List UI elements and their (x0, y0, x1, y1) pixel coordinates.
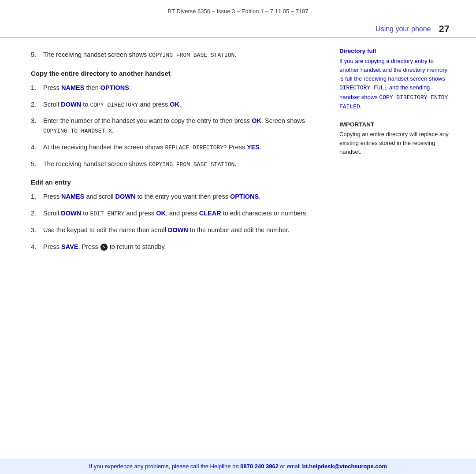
sidebar-note1-text: If you are copying a directory entry to … (339, 57, 450, 111)
s2-s1-down: DOWN (115, 193, 136, 200)
s1-step3: 3. Enter the number of the handset you w… (31, 116, 312, 136)
footer-email: bt.helpdesk@vtecheurope.com (302, 463, 387, 470)
s2-s2-code: EDIT ENTRY (90, 211, 124, 217)
sidebar-code1: DIRECTORY FULL (339, 85, 387, 91)
header-title: BT Diverse 6350 – Issue 3 – Edition 1 – … (167, 8, 308, 15)
phone-icon (100, 243, 108, 251)
s1-step5: 5. The receiving handset screen shows CO… (31, 159, 312, 169)
section1-heading: Copy the entire directory to another han… (31, 70, 312, 77)
section2-heading: Edit an entry (31, 178, 312, 186)
s1-s4-code: REPLACE DIRECTORY? (165, 144, 227, 151)
page-number: 27 (439, 23, 450, 35)
s1-s1-options: OPTIONS (100, 84, 129, 91)
s1-step4: 4. At the receiving handset the screen s… (31, 143, 312, 152)
s2-step1: 1. Press NAMES and scroll DOWN to the en… (31, 192, 312, 202)
sidebar-note2-text: Copying an entire directory will replace… (339, 130, 450, 156)
main-column: 5. The receiving handset screen shows CO… (26, 38, 326, 268)
s1-s4-yes: YES (247, 144, 260, 151)
footer-text-before: If you experience any problems, please c… (89, 463, 240, 470)
s1-s2-down: DOWN (61, 101, 81, 108)
intro-step: 5. The receiving handset screen shows CO… (31, 50, 312, 60)
s2-s1-names: NAMES (61, 193, 84, 200)
s2-step2: 2. Scroll DOWN to EDIT ENTRY and press O… (31, 209, 312, 218)
s2-s1-options: OPTIONS (230, 193, 259, 200)
intro-step-num: 5. (31, 50, 43, 60)
footer-text-middle: or email (279, 463, 302, 470)
s1-s2-ok: OK (170, 101, 179, 108)
s1-step2: 2. Scroll DOWN to COPY DIRECTORY and pre… (31, 100, 312, 110)
section-title: Using your phone (376, 25, 431, 33)
page-header: BT Diverse 6350 – Issue 3 – Edition 1 – … (0, 0, 476, 19)
footer: If you experience any problems, please c… (0, 459, 476, 474)
sidebar: Directory full If you are copying a dire… (326, 38, 450, 268)
content-area: 5. The receiving handset screen shows CO… (0, 38, 476, 268)
sidebar-note1: Directory full If you are copying a dire… (339, 48, 450, 111)
s1-s2-code: COPY DIRECTORY (90, 102, 138, 108)
s2-s2-ok: OK (156, 210, 166, 217)
s1-s3-ok: OK (252, 117, 261, 124)
sidebar-note2-title: IMPORTANT (339, 121, 450, 128)
s1-step1: 1. Press NAMES then OPTIONS. (31, 83, 312, 93)
s1-s5-code: COPYING FROM BASE STATION (149, 161, 234, 168)
sidebar-code2: COPY DIRECTORY ENTRY FAILED (339, 94, 448, 110)
footer-phone: 0870 240 3962 (240, 463, 279, 470)
s1-s1-names: NAMES (61, 84, 84, 91)
top-nav: Using your phone 27 (0, 19, 476, 38)
s2-step4: 4. Press SAVE. Press to return to standb… (31, 242, 312, 252)
s2-s4-save: SAVE (61, 243, 78, 250)
s1-s3-code: COPYING TO HANDSET X (43, 128, 112, 134)
s2-s2-clear: CLEAR (199, 210, 221, 217)
intro-code: COPYING FROM BASE STATION (149, 52, 234, 59)
s2-s2-down: DOWN (61, 210, 81, 217)
sidebar-note1-title: Directory full (339, 48, 450, 54)
s2-s3-down: DOWN (168, 226, 188, 233)
s2-step3: 3. Use the keypad to edit the name then … (31, 226, 312, 235)
intro-step-text: The receiving handset screen shows COPYI… (43, 50, 312, 60)
sidebar-note2: IMPORTANT Copying an entire directory wi… (339, 121, 450, 156)
